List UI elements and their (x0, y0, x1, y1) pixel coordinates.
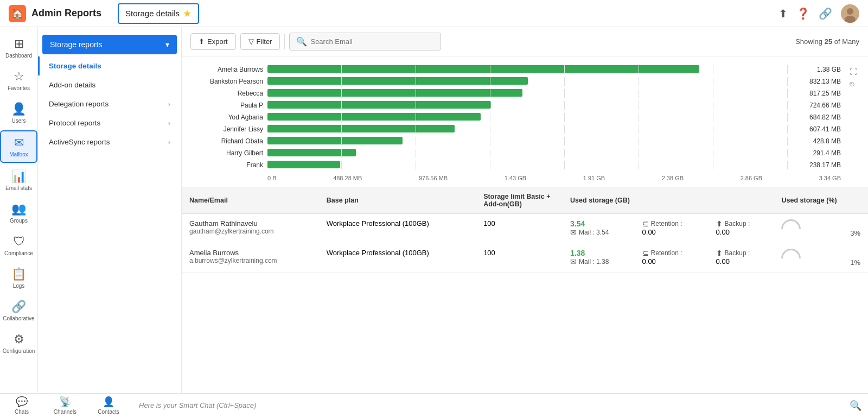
table-container: Name/Email Base plan Storage limit Basic… (182, 187, 868, 393)
sidebar-item-email-stats[interactable]: 📊 Email stats (0, 165, 37, 195)
chart-bar-row: Frank 238.17 MB (193, 161, 841, 169)
axis-label: 2.38 GB (662, 175, 684, 181)
sidebar-item-storage-details[interactable]: Storage details (38, 56, 181, 75)
content-toolbar: ⬆ Export ▽ Filter 🔍 Showing 25 of Many (182, 27, 868, 56)
share-icon[interactable]: 🔗 (819, 7, 832, 20)
groups-icon: 👥 (11, 202, 26, 216)
sidebar-item-configuration[interactable]: ⚙ Configuration (0, 328, 37, 358)
search-input[interactable] (310, 37, 434, 46)
td-pct: 1% (774, 243, 868, 273)
axis-label: 3.34 GB (819, 175, 841, 181)
sidebar-item-collaborative[interactable]: 🔗 Collaborative (0, 295, 37, 326)
chart-bar-value: 238.17 MB (792, 161, 841, 169)
content: ⬆ Export ▽ Filter 🔍 Showing 25 of Many (182, 27, 868, 393)
export-button[interactable]: ⬆ Export (190, 33, 236, 50)
backup-icon: ⬆ (716, 219, 723, 228)
data-table: Name/Email Base plan Storage limit Basic… (182, 187, 868, 273)
sidebar-item-favorites[interactable]: ☆ Favorites (0, 65, 37, 96)
chart-bar-label: Richard Obata (193, 137, 263, 145)
chart-bar-container (267, 125, 788, 134)
sidebar-item-protocol-reports[interactable]: Protocol reports › (38, 113, 181, 132)
bottom-item-chats[interactable]: 💬 Chats (0, 394, 43, 417)
search-bottom-icon[interactable]: 🔍 (850, 400, 868, 412)
star-icon[interactable]: ★ (183, 8, 192, 20)
chart-bar-container (267, 161, 788, 169)
td-retention: ⊆ Retention : 0.00 (635, 214, 709, 243)
chart-bar (267, 137, 403, 144)
chart-area: Amelia Burrows 1.38 GB Bankston Pearson … (182, 56, 868, 187)
bottom-item-contacts[interactable]: 👤 Contacts (87, 394, 130, 417)
storage-reports-label: Storage reports (50, 40, 103, 49)
storage-reports-button[interactable]: Storage reports ▾ (42, 35, 177, 54)
sidebar-item-dashboard[interactable]: ⊞ Dashboard (0, 33, 37, 63)
chart-bar-label: Frank (193, 161, 263, 169)
export-icon: ⬆ (199, 37, 205, 46)
page-tab[interactable]: Storage details ★ (118, 3, 199, 24)
sidebar-item-users[interactable]: 👤 Users (0, 98, 37, 128)
bottom-bar: 💬 Chats 📡 Channels 👤 Contacts Here is yo… (0, 393, 868, 417)
configuration-icon: ⚙ (14, 332, 24, 346)
td-plan: Workplace Professional (100GB) (319, 214, 476, 243)
logs-icon: 📋 (11, 267, 26, 281)
left-nav: ⊞ Dashboard ☆ Favorites 👤 Users ✉ Mailbo… (0, 27, 38, 393)
td-retention: ⊆ Retention : 0.00 (635, 243, 709, 273)
chart-bar (267, 65, 699, 73)
sidebar-item-addon-details[interactable]: Add-on details (38, 75, 181, 94)
chart-bar-row: Yod Agbaria 684.82 MB (193, 113, 841, 122)
axis-label: 1.43 GB (505, 175, 526, 181)
collaborative-icon: 🔗 (11, 300, 26, 314)
sidebar-item-delegation-reports[interactable]: Delegation reports › (38, 94, 181, 113)
activesync-chevron: › (168, 138, 170, 146)
td-limit: 100 (476, 243, 563, 273)
configuration-label: Configuration (3, 348, 35, 354)
mail-icon: ✉ (570, 257, 577, 266)
th-base-plan: Base plan (319, 187, 476, 214)
mail-icon: ✉ (570, 228, 577, 237)
sidebar-item-logs[interactable]: 📋 Logs (0, 263, 37, 293)
smart-chat[interactable]: Here is your Smart Chat (Ctrl+Space) (130, 401, 850, 409)
favorites-icon: ☆ (14, 70, 24, 84)
download-icon[interactable]: ⎋ (850, 79, 857, 88)
sidebar-item-mailbox[interactable]: ✉ Mailbox (0, 130, 37, 163)
logs-label: Logs (13, 283, 25, 289)
chart-bar-row: Bankston Pearson 832.13 MB (193, 77, 841, 86)
dashboard-label: Dashboard (5, 53, 32, 59)
axis-label: 0 B (267, 175, 277, 181)
filter-button[interactable]: ▽ Filter (240, 33, 280, 50)
chart-bar-row: Harry Gilbert 291.4 MB (193, 149, 841, 157)
pct-arc (781, 249, 801, 258)
storage-reports-chevron: ▾ (165, 40, 169, 49)
chart-bar-container (267, 77, 788, 86)
topbar: 🏠 Admin Reports Storage details ★ ⬆ ❓ 🔗 (0, 0, 868, 27)
td-used-gb: 1.38 ✉ Mail : 1.38 (563, 243, 634, 273)
td-name-email: Gautham Rathinavelu gautham@zylkertraini… (182, 214, 319, 243)
sidebar-item-compliance[interactable]: 🛡 Compliance (0, 230, 37, 261)
app-logo: 🏠 (9, 5, 26, 22)
chats-icon: 💬 (16, 396, 28, 408)
sidebar-item-activesync-reports[interactable]: ActiveSync reports › (38, 132, 181, 151)
td-backup: ⬆ Backup : 0.00 (709, 243, 774, 273)
axis-label: 1.91 GB (583, 175, 605, 181)
table-row: Amelia Burrows a.burrows@zylkertraining.… (182, 243, 868, 273)
sidebar: Storage reports ▾ Storage details Add-on… (38, 27, 182, 393)
bottom-item-channels[interactable]: 📡 Channels (43, 394, 87, 417)
channels-icon: 📡 (59, 396, 71, 408)
upload-icon[interactable]: ⬆ (778, 7, 788, 20)
chart-bar-row: Paula P 724.66 MB (193, 101, 841, 110)
axis-label: 976.56 MB (419, 175, 448, 181)
showing-label: Showing 25 of Many (795, 37, 859, 46)
help-icon[interactable]: ❓ (796, 7, 810, 20)
chart-bar-label: Yod Agbaria (193, 113, 263, 121)
chart-bars: Amelia Burrows 1.38 GB Bankston Pearson … (193, 65, 841, 181)
search-box[interactable]: 🔍 (289, 33, 441, 50)
sidebar-item-groups[interactable]: 👥 Groups (0, 198, 37, 228)
showing-count: 25 (825, 37, 832, 46)
expand-icon[interactable]: ⛶ (850, 67, 857, 76)
chart-bar-row: Amelia Burrows 1.38 GB (193, 65, 841, 74)
avatar[interactable] (841, 4, 859, 23)
chart-bar-value: 724.66 MB (792, 102, 841, 109)
compliance-icon: 🛡 (13, 235, 25, 249)
chart-bar (267, 125, 455, 132)
retention-icon: ⊆ (642, 219, 649, 228)
chart-bar-label: Paula P (193, 102, 263, 109)
